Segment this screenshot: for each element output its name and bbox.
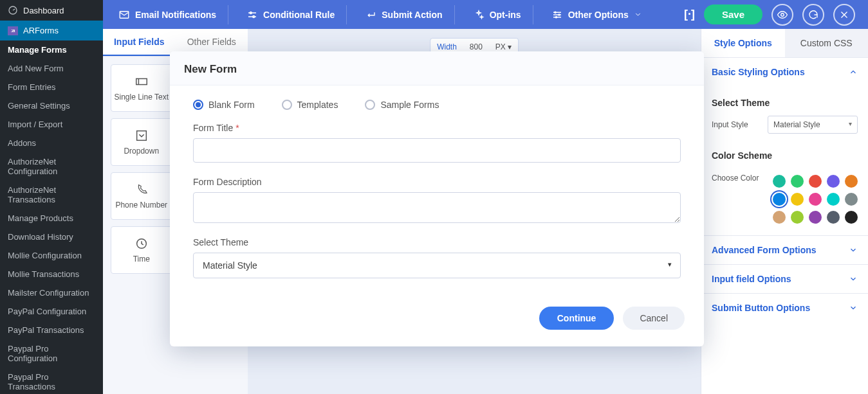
radio-tpl-label: Templates — [297, 100, 338, 110]
cancel-button[interactable]: Cancel — [623, 307, 685, 330]
radio-icon — [282, 100, 292, 110]
continue-button[interactable]: Continue — [539, 307, 614, 330]
new-form-modal: New Form Blank Form Templates Sample For… — [170, 51, 704, 346]
radio-templates[interactable]: Templates — [282, 100, 338, 110]
modal-title: New Form — [170, 51, 704, 85]
form-desc-label: Form Description — [193, 177, 681, 187]
radio-icon — [365, 100, 375, 110]
radio-blank-label: Blank Form — [208, 100, 255, 110]
select-theme-dropdown[interactable]: Material Style — [193, 253, 681, 278]
form-title-label: Form Title * — [193, 123, 681, 133]
select-theme-label: Select Theme — [193, 237, 681, 247]
radio-sample-forms[interactable]: Sample Forms — [365, 100, 439, 110]
radio-sample-label: Sample Forms — [380, 100, 439, 110]
radio-blank-form[interactable]: Blank Form — [193, 100, 255, 110]
radio-icon — [193, 100, 203, 110]
form-title-input[interactable] — [193, 138, 681, 163]
form-description-input[interactable] — [193, 192, 681, 223]
form-title-txt: Form Title — [193, 123, 233, 133]
